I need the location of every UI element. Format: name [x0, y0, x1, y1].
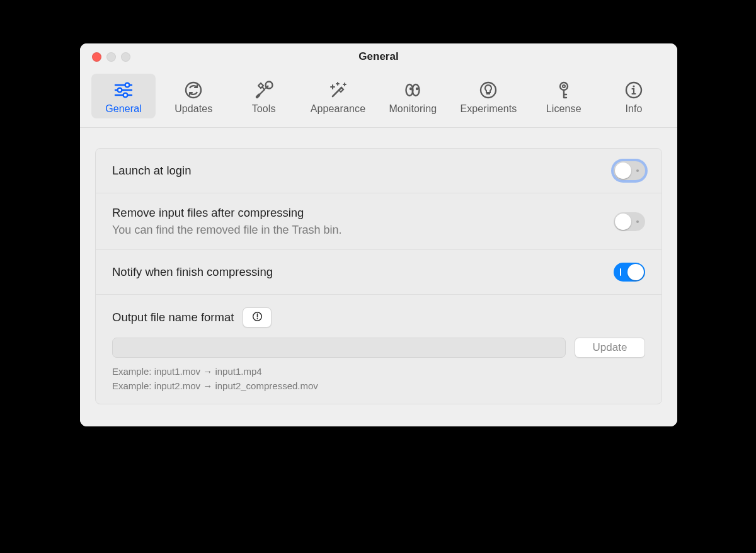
- tab-license[interactable]: License: [532, 74, 596, 118]
- tab-updates[interactable]: Updates: [161, 74, 226, 118]
- row-remove-input: Remove input files after compressing You…: [96, 193, 662, 250]
- output-format-label: Output file name format: [112, 311, 234, 324]
- zoom-window-button[interactable]: [121, 52, 130, 62]
- preferences-toolbar: General Updates: [80, 70, 677, 128]
- tab-general-label: General: [105, 103, 142, 115]
- output-format-input[interactable]: [112, 338, 566, 358]
- tab-appearance-label: Appearance: [311, 103, 365, 115]
- toggle-launch-at-login[interactable]: [614, 161, 645, 180]
- tab-info[interactable]: Info: [602, 74, 666, 118]
- key-icon: [553, 79, 575, 101]
- content-area: Launch at login Remove input files after…: [80, 128, 677, 426]
- titlebar: General: [80, 43, 677, 70]
- toggle-notify[interactable]: [614, 263, 645, 282]
- output-format-update-button[interactable]: Update: [575, 338, 645, 358]
- row-launch-at-login: Launch at login: [96, 149, 662, 193]
- svg-point-17: [633, 85, 634, 87]
- output-example-1: Example: input1.mov → input1.mp4: [112, 364, 645, 379]
- tab-updates-label: Updates: [175, 103, 212, 115]
- tools-icon: [253, 79, 275, 101]
- svg-point-6: [186, 83, 201, 98]
- svg-point-11: [416, 88, 418, 90]
- window-title: General: [358, 50, 398, 63]
- refresh-icon: [183, 79, 204, 101]
- svg-point-4: [118, 88, 122, 93]
- svg-point-3: [125, 83, 130, 88]
- tab-tools[interactable]: Tools: [232, 74, 296, 118]
- wand-sparkles-icon: [327, 79, 348, 101]
- launch-at-login-label: Launch at login: [112, 164, 192, 178]
- tab-tools-label: Tools: [252, 103, 276, 115]
- notify-label: Notify when finish compressing: [112, 265, 273, 279]
- info-icon: [623, 79, 644, 101]
- minimize-window-button[interactable]: [106, 52, 116, 62]
- exclamation-circle-icon: [252, 311, 263, 324]
- sliders-icon: [113, 79, 134, 101]
- tab-appearance[interactable]: Appearance: [302, 74, 374, 118]
- row-output-format: Output file name format: [96, 295, 662, 404]
- output-format-help-button[interactable]: [243, 307, 272, 328]
- toggle-remove-input[interactable]: [614, 212, 645, 231]
- tab-experiments[interactable]: Experiments: [451, 74, 525, 118]
- tab-monitoring-label: Monitoring: [389, 103, 437, 115]
- lightbulb-icon: [478, 79, 499, 101]
- svg-point-5: [123, 93, 128, 98]
- output-example-2: Example: input2.mov → input2_compressed.…: [112, 379, 645, 393]
- svg-point-20: [256, 317, 258, 319]
- tab-license-label: License: [546, 103, 581, 115]
- row-notify: Notify when finish compressing: [96, 250, 662, 295]
- tab-experiments-label: Experiments: [460, 103, 517, 115]
- svg-point-15: [563, 85, 565, 88]
- tab-general[interactable]: General: [91, 74, 156, 118]
- tab-monitoring[interactable]: Monitoring: [380, 74, 445, 118]
- svg-point-10: [410, 88, 412, 90]
- traffic-lights: [92, 52, 130, 62]
- svg-point-14: [560, 83, 568, 90]
- update-button-label: Update: [593, 341, 627, 354]
- remove-input-label: Remove input files after compressing: [112, 206, 342, 220]
- close-window-button[interactable]: [92, 52, 101, 62]
- tab-info-label: Info: [625, 103, 642, 115]
- preferences-window: General General: [80, 43, 677, 426]
- eyes-icon: [402, 79, 423, 101]
- remove-input-sublabel: You can find the removed file in the Tra…: [112, 224, 342, 237]
- settings-panel: Launch at login Remove input files after…: [95, 148, 662, 404]
